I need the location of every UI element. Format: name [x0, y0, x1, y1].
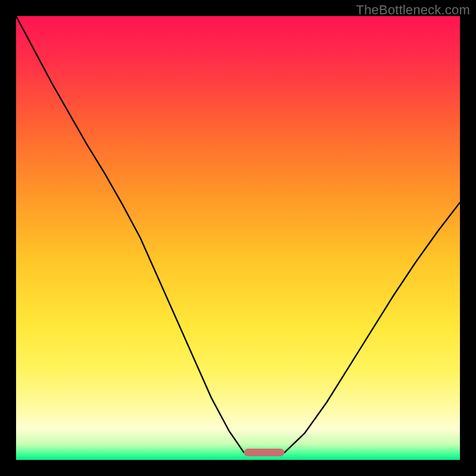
plot-area — [16, 16, 460, 460]
chart-frame: TheBottleneck.com — [0, 0, 476, 476]
gradient-background — [16, 16, 460, 460]
svg-rect-0 — [16, 16, 460, 460]
optimum-marker — [244, 449, 285, 456]
